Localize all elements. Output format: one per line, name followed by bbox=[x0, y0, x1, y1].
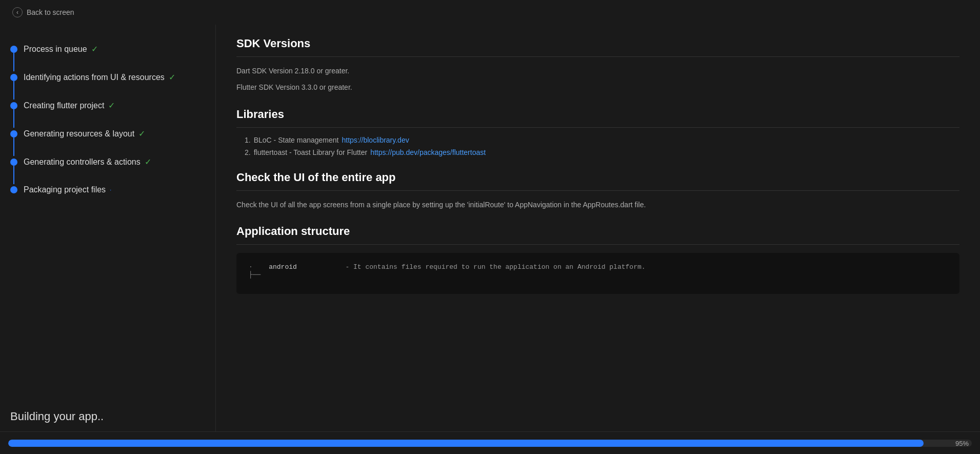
step-dot-wrapper-2 bbox=[10, 74, 17, 81]
step-dot-4 bbox=[10, 130, 17, 137]
check-icon-4: ✓ bbox=[138, 129, 145, 139]
step-dot-wrapper-5 bbox=[10, 159, 17, 166]
check-ui-title: Check the UI of the entire app bbox=[236, 171, 959, 191]
lib-number-1: 2. bbox=[245, 148, 251, 156]
content-area: SDK Versions Dart SDK Version 2.18.0 or … bbox=[215, 25, 980, 431]
lib-number-0: 1. bbox=[245, 136, 251, 144]
step-label-generating-resources: Generating resources & layout ✓ bbox=[24, 129, 145, 139]
sdk-versions-title: SDK Versions bbox=[236, 37, 959, 57]
progress-bar-area: 95% bbox=[0, 431, 980, 454]
step-dot-6 bbox=[10, 186, 17, 193]
library-item-1: 2. fluttertoast - Toast Library for Flut… bbox=[245, 148, 959, 156]
libraries-title: Libraries bbox=[236, 108, 959, 128]
step-label-generating-controllers: Generating controllers & actions ✓ bbox=[24, 157, 151, 167]
app-structure-section: Application structure · ├── android - It… bbox=[236, 225, 959, 294]
step-dot-wrapper-1 bbox=[10, 46, 17, 53]
code-name-0: android bbox=[265, 263, 296, 271]
app-structure-title: Application structure bbox=[236, 225, 959, 245]
lib-text-0: BLoC - State management bbox=[254, 136, 339, 144]
step-dot-5 bbox=[10, 159, 17, 166]
sidebar-item-creating-flutter: Creating flutter project ✓ bbox=[10, 91, 205, 120]
step-dot-wrapper-4 bbox=[10, 130, 17, 137]
progress-percent: 95% bbox=[955, 440, 969, 447]
main-layout: Process in queue ✓ Identifying actions f… bbox=[0, 25, 980, 431]
active-dot: · bbox=[110, 186, 111, 193]
building-label: Building your app.. bbox=[10, 410, 104, 423]
code-line-0: · ├── android - It contains files requir… bbox=[249, 263, 947, 279]
check-icon-2: ✓ bbox=[169, 72, 175, 82]
step-dot-2 bbox=[10, 74, 17, 81]
lib-text-1: fluttertoast - Toast Library for Flutter bbox=[254, 148, 368, 156]
code-tree-0: · ├── bbox=[249, 263, 261, 279]
top-bar: ‹ Back to screen bbox=[0, 0, 980, 25]
step-dot-wrapper-6 bbox=[10, 186, 17, 193]
lib-link-0[interactable]: https://bloclibrary.dev bbox=[342, 136, 409, 144]
step-label-packaging: Packaging project files · bbox=[24, 185, 111, 194]
code-comment-0: - It contains files required to run the … bbox=[317, 263, 646, 271]
sidebar-item-generating-resources: Generating resources & layout ✓ bbox=[10, 120, 205, 148]
sidebar-item-identifying: Identifying actions from UI & resources … bbox=[10, 63, 205, 91]
step-label-identifying: Identifying actions from UI & resources … bbox=[24, 72, 175, 82]
check-icon-5: ✓ bbox=[145, 157, 151, 167]
flutter-sdk-text: Flutter SDK Version 3.3.0 or greater. bbox=[236, 82, 959, 93]
lib-link-1[interactable]: https://pub.dev/packages/fluttertoast bbox=[370, 148, 486, 156]
dart-sdk-text: Dart SDK Version 2.18.0 or greater. bbox=[236, 65, 959, 76]
sidebar-item-generating-controllers: Generating controllers & actions ✓ bbox=[10, 148, 205, 176]
sidebar-item-packaging: Packaging project files · bbox=[10, 176, 205, 204]
libraries-list: 1. BLoC - State management https://blocl… bbox=[236, 136, 959, 156]
sdk-versions-section: SDK Versions Dart SDK Version 2.18.0 or … bbox=[236, 37, 959, 93]
libraries-section: Libraries 1. BLoC - State management htt… bbox=[236, 108, 959, 156]
step-dot-1 bbox=[10, 46, 17, 53]
back-button[interactable]: ‹ Back to screen bbox=[8, 5, 78, 19]
app-structure-code: · ├── android - It contains files requir… bbox=[236, 253, 959, 294]
check-icon-3: ✓ bbox=[108, 101, 115, 110]
step-label-process-queue: Process in queue ✓ bbox=[24, 44, 98, 54]
back-button-label: Back to screen bbox=[27, 8, 74, 16]
check-ui-description: Check the UI of all the app screens from… bbox=[236, 199, 959, 210]
step-dot-wrapper-3 bbox=[10, 102, 17, 109]
progress-bar-fill bbox=[8, 440, 924, 447]
library-item-0: 1. BLoC - State management https://blocl… bbox=[245, 136, 959, 144]
back-icon: ‹ bbox=[12, 7, 23, 17]
step-label-creating-flutter: Creating flutter project ✓ bbox=[24, 101, 115, 110]
progress-bar-track: 95% bbox=[8, 440, 972, 447]
check-ui-section: Check the UI of the entire app Check the… bbox=[236, 171, 959, 210]
sidebar: Process in queue ✓ Identifying actions f… bbox=[0, 25, 215, 431]
check-icon-1: ✓ bbox=[91, 44, 98, 54]
sidebar-item-process-queue: Process in queue ✓ bbox=[10, 35, 205, 63]
step-dot-3 bbox=[10, 102, 17, 109]
